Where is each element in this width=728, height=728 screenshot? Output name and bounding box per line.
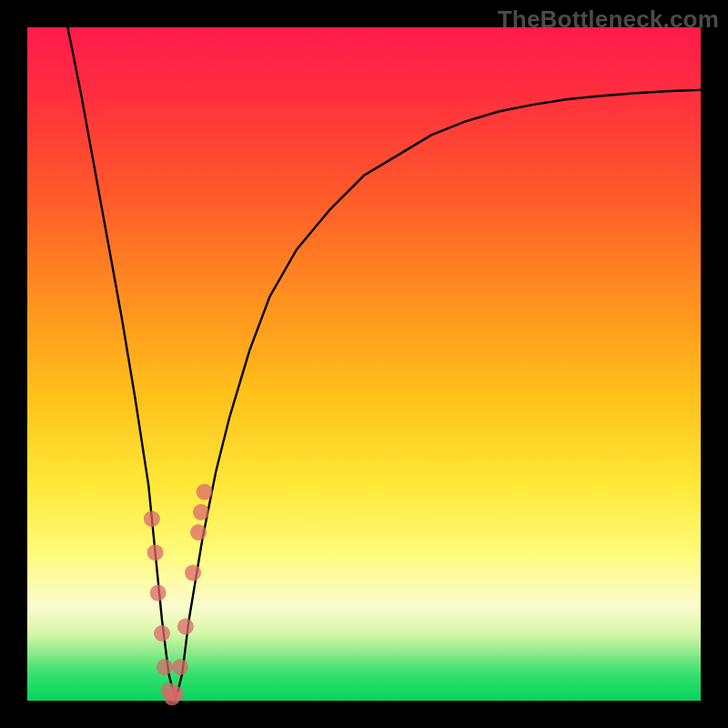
highlighted-point — [150, 585, 167, 602]
bottleneck-curve — [67, 27, 701, 701]
highlighted-point — [144, 511, 160, 527]
highlighted-point — [147, 544, 164, 561]
highlighted-points-group — [144, 484, 213, 706]
chart-svg — [27, 27, 701, 701]
highlighted-point — [185, 564, 201, 581]
highlighted-point — [177, 619, 194, 635]
chart-frame: TheBottleneck.com — [0, 0, 728, 728]
highlighted-point — [197, 484, 213, 500]
highlighted-point — [190, 524, 207, 541]
highlighted-point — [154, 625, 170, 642]
chart-plot-area — [27, 27, 701, 701]
highlighted-point — [167, 686, 184, 703]
watermark-text: TheBottleneck.com — [498, 5, 719, 34]
highlighted-point — [193, 504, 209, 521]
highlighted-point — [172, 659, 188, 675]
highlighted-point — [157, 659, 173, 675]
